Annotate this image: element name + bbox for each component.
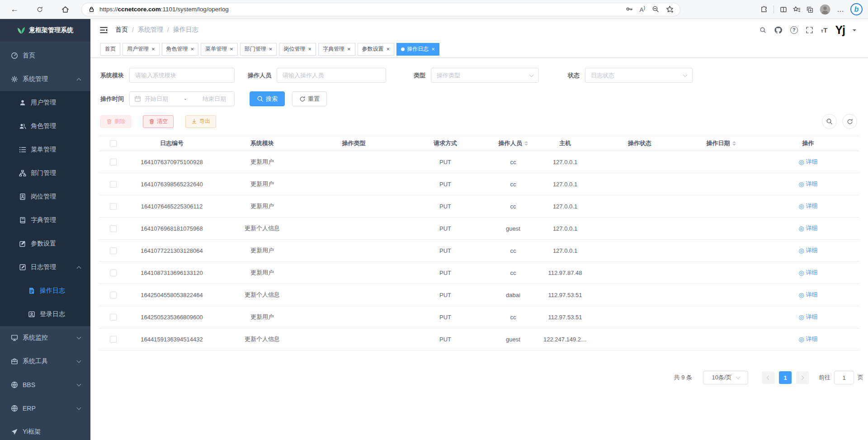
row-checkbox[interactable] bbox=[110, 247, 117, 254]
detail-link[interactable]: ◎详细 bbox=[798, 158, 817, 166]
tab-首页[interactable]: 首页 bbox=[100, 43, 120, 56]
search-button[interactable]: 搜索 bbox=[250, 91, 285, 106]
tab-close-icon[interactable]: × bbox=[151, 46, 155, 52]
refresh-table-button[interactable] bbox=[842, 114, 857, 129]
tab-close-icon[interactable]: × bbox=[308, 46, 311, 52]
address-bar[interactable]: https://ccnetcore.com:1101/system/log/op… bbox=[81, 3, 680, 16]
tab-部门管理[interactable]: 部门管理× bbox=[240, 43, 277, 56]
column-header-操作人员[interactable]: 操作人员 bbox=[491, 139, 536, 147]
fullscreen-icon[interactable] bbox=[806, 26, 813, 34]
tab-操作日志[interactable]: 操作日志× bbox=[396, 43, 439, 56]
tab-close-icon[interactable]: × bbox=[431, 46, 435, 52]
detail-link[interactable]: ◎详细 bbox=[798, 246, 817, 255]
sidebar-item-系统监控[interactable]: 系统监控 bbox=[0, 326, 90, 350]
zoom-out-icon[interactable] bbox=[652, 5, 659, 13]
sidebar-item-角色管理[interactable]: 角色管理 bbox=[0, 114, 90, 138]
sidebar-item-系统管理[interactable]: 系统管理 bbox=[0, 67, 90, 91]
profile-avatar[interactable] bbox=[819, 4, 831, 15]
detail-link[interactable]: ◎详细 bbox=[798, 202, 817, 210]
sort-caret-icon[interactable] bbox=[732, 141, 736, 146]
header-search-icon[interactable] bbox=[760, 27, 766, 33]
sidebar-item-系统工具[interactable]: 系统工具 bbox=[0, 350, 90, 373]
detail-link[interactable]: ◎详细 bbox=[798, 180, 817, 188]
detail-link[interactable]: ◎详细 bbox=[798, 291, 817, 299]
tab-岗位管理[interactable]: 岗位管理× bbox=[279, 43, 316, 56]
reset-button[interactable]: 重置 bbox=[292, 91, 327, 106]
browser-home-icon[interactable] bbox=[58, 2, 72, 17]
tab-字典管理[interactable]: 字典管理× bbox=[318, 43, 355, 56]
prev-page-button[interactable] bbox=[762, 371, 774, 384]
tab-close-icon[interactable]: × bbox=[191, 46, 194, 52]
delete-button[interactable]: 删除 bbox=[100, 115, 131, 128]
split-screen-icon[interactable] bbox=[780, 6, 787, 13]
sidebar-item-操作日志[interactable]: 操作日志 bbox=[0, 279, 90, 303]
type-filter-select[interactable]: 操作类型 bbox=[431, 68, 539, 83]
select-all-checkbox[interactable] bbox=[110, 140, 117, 147]
sidebar-item-部门管理[interactable]: 部门管理 bbox=[0, 161, 90, 185]
password-key-icon[interactable] bbox=[626, 5, 633, 13]
browser-back-icon[interactable]: ← bbox=[7, 2, 22, 17]
detail-link[interactable]: ◎详细 bbox=[798, 224, 817, 232]
help-icon[interactable]: ? bbox=[790, 26, 798, 34]
bing-chat-icon[interactable]: b bbox=[850, 3, 863, 15]
collections-icon[interactable] bbox=[806, 6, 813, 13]
font-size-icon[interactable]: тT bbox=[821, 26, 828, 34]
breadcrumb-home[interactable]: 首页 bbox=[115, 26, 128, 34]
tab-参数设置[interactable]: 参数设置× bbox=[358, 43, 395, 56]
detail-link[interactable]: ◎详细 bbox=[798, 269, 817, 277]
goto-page-input[interactable] bbox=[834, 371, 854, 384]
user-logo-avatar[interactable]: Yj bbox=[835, 24, 845, 36]
row-checkbox[interactable] bbox=[110, 203, 117, 210]
tab-close-icon[interactable]: × bbox=[269, 46, 273, 52]
clear-button[interactable]: 清空 bbox=[143, 115, 174, 128]
status-filter-select[interactable]: 日志状态 bbox=[585, 68, 693, 83]
favorites-icon[interactable] bbox=[793, 6, 800, 13]
operator-filter-input[interactable] bbox=[277, 68, 386, 83]
sidebar-item-ERP[interactable]: ERP bbox=[0, 397, 90, 420]
breadcrumb-system[interactable]: 系统管理 bbox=[138, 26, 163, 34]
tab-close-icon[interactable]: × bbox=[347, 46, 351, 52]
sidebar-item-登录日志[interactable]: 登录日志 bbox=[0, 303, 90, 326]
tab-用户管理[interactable]: 用户管理× bbox=[123, 43, 160, 56]
detail-link[interactable]: ◎详细 bbox=[798, 313, 817, 321]
row-checkbox[interactable] bbox=[110, 314, 117, 321]
tab-close-icon[interactable]: × bbox=[387, 46, 390, 52]
date-range-picker[interactable]: 开始日期 - 结束日期 bbox=[129, 91, 235, 106]
sidebar-item-岗位管理[interactable]: 岗位管理 bbox=[0, 185, 90, 208]
sidebar-item-日志管理[interactable]: 日志管理 bbox=[0, 255, 90, 279]
row-checkbox[interactable] bbox=[110, 159, 117, 166]
read-aloud-icon[interactable]: A) bbox=[640, 5, 645, 13]
more-menu-icon[interactable]: … bbox=[837, 5, 844, 14]
sort-caret-icon[interactable] bbox=[524, 141, 528, 146]
next-page-button[interactable] bbox=[796, 371, 809, 384]
add-favorite-icon[interactable] bbox=[666, 5, 674, 13]
sidebar-item-用户管理[interactable]: 用户管理 bbox=[0, 91, 90, 114]
url-text[interactable]: https://ccnetcore.com:1101/system/log/op… bbox=[99, 6, 621, 13]
row-checkbox[interactable] bbox=[110, 225, 117, 232]
sidebar-item-菜单管理[interactable]: 菜单管理 bbox=[0, 138, 90, 161]
sidebar-item-参数设置[interactable]: 参数设置 bbox=[0, 232, 90, 255]
extensions-icon[interactable] bbox=[760, 6, 768, 13]
row-checkbox[interactable] bbox=[110, 181, 117, 188]
row-checkbox[interactable] bbox=[110, 336, 117, 343]
page-size-select[interactable]: 10条/页 bbox=[703, 371, 748, 384]
tab-角色管理[interactable]: 角色管理× bbox=[162, 43, 199, 56]
row-checkbox[interactable] bbox=[110, 292, 117, 298]
tab-close-icon[interactable]: × bbox=[230, 46, 233, 52]
column-header-操作日期[interactable]: 操作日期 bbox=[685, 139, 757, 147]
browser-refresh-icon[interactable] bbox=[33, 2, 47, 17]
hamburger-icon[interactable] bbox=[99, 26, 108, 34]
export-button[interactable]: 导出 bbox=[185, 115, 216, 128]
github-icon[interactable] bbox=[774, 26, 783, 34]
sidebar-item-字典管理[interactable]: 字典管理 bbox=[0, 208, 90, 232]
avatar-dropdown-caret[interactable] bbox=[853, 29, 856, 33]
current-page-button[interactable]: 1 bbox=[779, 371, 792, 384]
sidebar-item-首页[interactable]: 首页 bbox=[0, 44, 90, 67]
sidebar-item-BBS[interactable]: BBS bbox=[0, 373, 90, 397]
module-filter-input[interactable] bbox=[129, 68, 235, 83]
toggle-search-button[interactable] bbox=[822, 114, 837, 129]
tab-菜单管理[interactable]: 菜单管理× bbox=[201, 43, 238, 56]
detail-link[interactable]: ◎详细 bbox=[798, 335, 817, 343]
row-checkbox[interactable] bbox=[110, 270, 117, 276]
sidebar-item-Yi框架[interactable]: Yi框架 bbox=[0, 420, 90, 440]
